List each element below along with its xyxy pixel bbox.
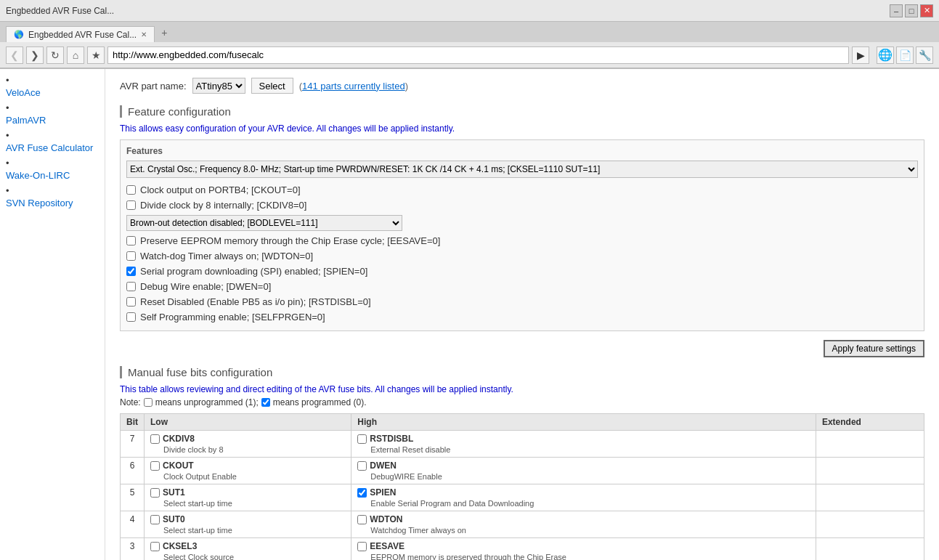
fuse-low3-cksel3-name: CKSEL3 [163, 541, 197, 551]
programmed-example-checkbox [261, 398, 270, 407]
fuse-high4-wdton-name: WDTON [370, 514, 402, 524]
fuse-high5-spien-name: SPIEN [370, 487, 396, 498]
fuse-high3-eesave-desc: EEPROM memory is preserved through the C… [357, 553, 810, 560]
bookmark-button[interactable]: ★ [87, 46, 105, 64]
col-bit: Bit [121, 414, 145, 431]
fuse-low4-sut0-name: SUT0 [163, 514, 185, 524]
dwen-label: Debug Wire enable; [DWEN=0] [140, 281, 271, 292]
fuse-row7-high: RSTDISBL External Reset disable [351, 431, 816, 458]
sidebar-link-wake-on-lirc[interactable]: Wake-On-LIRC [6, 169, 99, 182]
fuse-low5-sut1-checkbox[interactable] [150, 488, 160, 498]
select-button[interactable]: Select [251, 78, 293, 94]
avr-part-select[interactable]: ATtiny85 [192, 78, 245, 94]
fuse-row4-extended [816, 511, 924, 538]
fuse-low5-sut1-desc: Select start-up time [150, 499, 345, 508]
fuse-low7-ckdiv8-checkbox[interactable] [150, 434, 160, 444]
clock-select[interactable]: Ext. Crystal Osc.; Frequency 8.0- MHz; S… [126, 161, 918, 178]
parts-count: (141 parts currently listed) [299, 81, 408, 92]
feature-config-title: Feature configuration [120, 105, 924, 118]
address-bar[interactable] [107, 46, 849, 64]
fuse-row5-extended [816, 484, 924, 511]
fuse-row5-low: SUT1 Select start-up time [145, 484, 351, 511]
fuse-low4-sut0-checkbox[interactable] [150, 515, 160, 524]
fuse-table: Bit Low High Extended 7 [120, 413, 924, 560]
tab-close-icon[interactable]: ✕ [141, 31, 147, 38]
selfprgen-label: Self Programming enable; [SELFPRGEN=0] [140, 312, 325, 322]
wdton-label: Watch-dog Timer always on; [WDTON=0] [140, 251, 313, 261]
feature-row-spien: Serial program downloading (SPI) enabled… [126, 264, 918, 279]
parts-count-link[interactable]: 141 parts currently listed [302, 81, 405, 92]
col-extended: Extended [816, 414, 924, 431]
dwen-checkbox[interactable] [126, 282, 136, 291]
fuse-row-7: 7 CKDIV8 Divide clock by 8 [121, 431, 924, 458]
page-layout: • VeloAce • PalmAVR • AVR Fuse Calculato… [0, 69, 939, 560]
nav-arrow-icon[interactable]: ▶ [852, 46, 869, 64]
minimize-button[interactable]: – [890, 4, 903, 17]
fuse-low3-cksel3-checkbox[interactable] [150, 542, 160, 551]
tools-icon[interactable]: 🔧 [916, 46, 933, 64]
bodlevel-row: Brown-out detection disabled; [BODLEVEL=… [126, 213, 918, 233]
browser-icon[interactable]: 🌐 [877, 46, 894, 64]
fuse-row5-high: SPIEN Enable Serial Program and Data Dow… [351, 484, 816, 511]
sidebar-link-veloace[interactable]: VeloAce [6, 86, 99, 100]
fuse-high4-wdton-checkbox[interactable] [357, 515, 367, 524]
fuse-low7-ckdiv8-desc: Divide clock by 8 [150, 445, 345, 454]
fuse-high7-rstdisbl-name: RSTDISBL [370, 434, 413, 444]
feature-row-selfprgen: Self Programming enable; [SELFPRGEN=0] [126, 309, 918, 325]
ckdiv8-label: Divide clock by 8 internally; [CKDIV8=0] [140, 200, 306, 211]
fuse-low5-sut1-name: SUT1 [163, 487, 185, 498]
maximize-button[interactable]: □ [905, 4, 918, 17]
fuse-high6-dwen-checkbox[interactable] [357, 461, 367, 471]
home-button[interactable]: ⌂ [67, 46, 84, 64]
feature-config-section: Feature configuration This allows easy c… [120, 105, 924, 357]
features-label: Features [126, 146, 918, 156]
apply-feature-settings-button[interactable]: Apply feature settings [824, 340, 924, 357]
spien-checkbox[interactable] [126, 267, 136, 276]
back-button[interactable]: ❮ [6, 46, 23, 64]
fuse-low6-ckout-checkbox[interactable] [150, 461, 160, 471]
fuse-high3-eesave-checkbox[interactable] [357, 542, 367, 551]
manual-fuse-title: Manual fuse bits configuration [120, 366, 924, 378]
sidebar-link-fuse-calc[interactable]: AVR Fuse Calculator [6, 141, 99, 155]
bodlevel-select[interactable]: Brown-out detection disabled; [BODLEVEL=… [126, 215, 402, 231]
reload-button[interactable]: ↻ [46, 46, 64, 64]
fuse-high3-eesave-name: EESAVE [370, 541, 405, 551]
fuse-bit-3: 3 [121, 538, 145, 561]
fuse-row6-low: CKOUT Clock Output Enable [145, 458, 351, 484]
fuse-row-6: 6 CKOUT Clock Output Enable [121, 458, 924, 484]
eesave-checkbox[interactable] [126, 236, 136, 245]
ckout-label: Clock output on PORTB4; [CKOUT=0] [140, 184, 301, 195]
fuse-row-5: 5 SUT1 Select start-up time [121, 484, 924, 511]
sidebar-item-svn: • SVN Repository [6, 185, 99, 210]
fuse-high7-rstdisbl-checkbox[interactable] [357, 434, 367, 444]
page-icon[interactable]: 📄 [896, 46, 914, 64]
fuse-row3-high: EESAVE EEPROM memory is preserved throug… [351, 538, 816, 561]
fuse-high5-spien-desc: Enable Serial Program and Data Downloadi… [357, 499, 810, 508]
sidebar-link-svn[interactable]: SVN Repository [6, 196, 99, 210]
fuse-high6-dwen-desc: DebugWIRE Enable [357, 472, 810, 481]
fuse-row6-extended [816, 458, 924, 484]
fuse-row3-extended [816, 538, 924, 561]
browser-title: Engbedded AVR Fuse Cal... [6, 6, 114, 16]
fuse-low7-ckdiv8-name: CKDIV8 [163, 434, 195, 444]
wdton-checkbox[interactable] [126, 251, 136, 261]
avr-header: AVR part name: ATtiny85 Select (141 part… [120, 78, 924, 94]
forward-button[interactable]: ❯ [26, 46, 44, 64]
ckdiv8-checkbox[interactable] [126, 200, 136, 210]
fuse-high5-spien-checkbox[interactable] [357, 488, 367, 498]
new-tab-button[interactable]: + [155, 23, 174, 42]
fuse-row6-high: DWEN DebugWIRE Enable [351, 458, 816, 484]
ckout-checkbox[interactable] [126, 185, 136, 195]
rstdisbl-checkbox[interactable] [126, 297, 136, 307]
fuse-row4-high: WDTON Watchdog Timer always on [351, 511, 816, 538]
title-bar: Engbedded AVR Fuse Cal... – □ ✕ [0, 0, 939, 22]
sidebar-link-palmavr[interactable]: PalmAVR [6, 113, 99, 127]
sidebar-item-palmavr: • PalmAVR [6, 102, 99, 127]
close-button[interactable]: ✕ [920, 4, 933, 17]
selfprgen-checkbox[interactable] [126, 312, 136, 322]
fuse-row-3: 3 CKSEL3 Select Clock source [121, 538, 924, 561]
feature-row-rstdisbl: Reset Disabled (Enable PB5 as i/o pin); … [126, 294, 918, 309]
manual-note: Note: means unprogrammed (1); means prog… [120, 397, 924, 407]
active-tab[interactable]: 🌎 Engbedded AVR Fuse Cal... ✕ [6, 26, 155, 42]
col-low: Low [145, 414, 351, 431]
